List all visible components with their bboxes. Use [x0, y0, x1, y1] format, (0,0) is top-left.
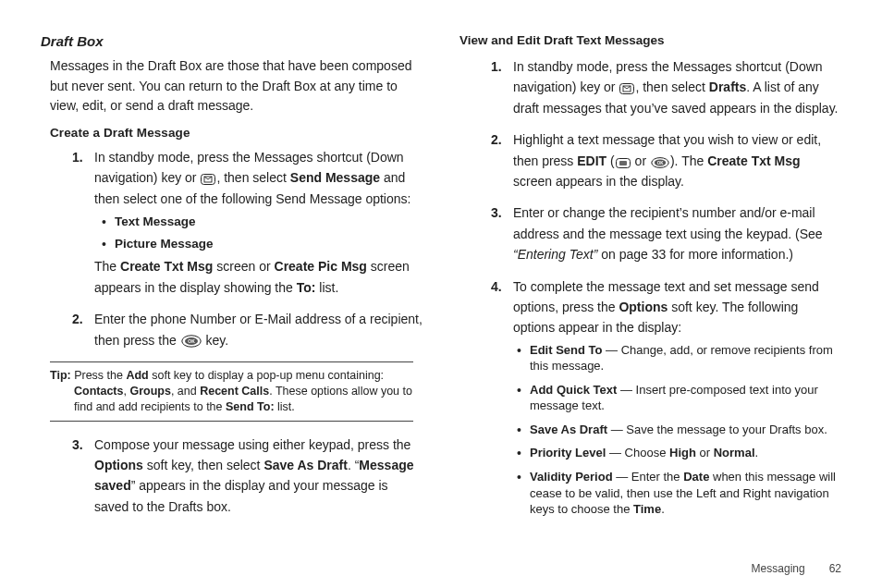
- left-step-3: 3. Compose your message using either key…: [72, 435, 423, 518]
- footer-section: Messaging: [752, 562, 805, 575]
- left-steps-cont: 3. Compose your message using either key…: [72, 435, 423, 518]
- italic-text: “Entering Text”: [513, 247, 597, 262]
- svg-text:OK: OK: [188, 338, 195, 344]
- bold-text: Options: [94, 458, 143, 472]
- text: , and: [171, 385, 200, 398]
- left-column: Draft Box Messages in the Draft Box are …: [41, 33, 423, 588]
- text: , then select: [216, 170, 289, 185]
- soft-key-icon: [616, 158, 631, 168]
- bold-text: Send Message: [290, 170, 380, 185]
- text: soft key to display a pop-up menu contai…: [149, 369, 384, 382]
- option-label: Picture Message: [115, 237, 214, 251]
- step-number: 3.: [491, 202, 502, 223]
- bold-text: To:: [297, 280, 316, 295]
- bold-text: EDIT: [577, 153, 606, 168]
- step-number: 2.: [491, 129, 502, 150]
- bold-text: Drafts: [709, 80, 746, 94]
- step-number: 4.: [491, 276, 502, 297]
- right-subheading: View and Edit Draft Text Messages: [459, 33, 841, 47]
- right-step-4: 4. To complete the message text and set …: [491, 276, 841, 518]
- text: The: [94, 259, 120, 274]
- option-label: Text Message: [115, 214, 196, 228]
- text: .: [755, 446, 759, 459]
- option-save-as-draft: Save As Draft — Save the message to your…: [517, 422, 841, 438]
- option-label: Edit Send To: [530, 343, 602, 357]
- bold-text: Create Txt Msg: [707, 153, 800, 168]
- tip-text: Tip: Press the Add soft key to display a…: [50, 368, 413, 415]
- option-label: Add Quick Text: [530, 383, 617, 397]
- option-desc: — Save the message to your Drafts box.: [607, 423, 827, 436]
- option-priority-level: Priority Level — Choose High or Normal.: [517, 445, 841, 461]
- option-picture-message: Picture Message: [102, 235, 423, 253]
- bold-text: Create Txt Msg: [120, 259, 213, 274]
- ok-key-icon: OK: [181, 335, 202, 348]
- bold-text: Recent Calls: [200, 385, 269, 398]
- option-text-message: Text Message: [102, 213, 423, 231]
- bold-text: Groups: [129, 385, 170, 398]
- bold-text: Normal: [714, 446, 755, 459]
- tip-label: Tip:: [50, 369, 71, 382]
- left-step-2: 2. Enter the phone Number or E-Mail addr…: [72, 309, 423, 350]
- text: , then select: [635, 80, 708, 94]
- text: soft key, then select: [143, 458, 263, 472]
- left-step-1: 1. In standby mode, press the Messages s…: [72, 147, 423, 298]
- bold-text: Add: [126, 369, 148, 382]
- footer-page-number: 62: [829, 562, 841, 575]
- envelope-key-icon: [619, 83, 634, 94]
- option-add-quick-text: Add Quick Text — Insert pre-composed tex…: [517, 382, 841, 414]
- text: — Enter the: [613, 470, 684, 484]
- right-step-1: 1. In standby mode, press the Messages s…: [491, 56, 841, 118]
- bold-text: Send To:: [226, 400, 275, 413]
- text: or: [631, 153, 650, 168]
- text: .: [661, 502, 665, 516]
- text: ). The: [670, 153, 707, 168]
- send-message-options: Text Message Picture Message: [102, 213, 423, 252]
- text: Enter the phone Number or E-Mail address…: [94, 312, 423, 347]
- text: Press the: [71, 369, 127, 382]
- bold-text: Date: [683, 470, 709, 484]
- bold-text: Contacts: [74, 385, 123, 398]
- text: Compose your message using either keypad…: [94, 437, 410, 452]
- step-number: 1.: [491, 56, 502, 77]
- text: Enter or change the recipient’s number a…: [513, 205, 823, 240]
- text: or: [696, 446, 714, 459]
- options-list: Edit Send To — Change, add, or remove re…: [517, 342, 841, 518]
- left-subheading: Create a Draft Message: [50, 126, 423, 140]
- option-label: Save As Draft: [530, 423, 607, 436]
- step-number: 2.: [72, 309, 83, 329]
- right-step-2: 2. Highlight a text message that you wis…: [491, 129, 841, 191]
- bold-text: Save As Draft: [263, 458, 348, 472]
- page: Draft Box Messages in the Draft Box are …: [0, 0, 882, 588]
- text: — Choose: [606, 446, 669, 459]
- bold-text: Options: [619, 300, 668, 314]
- section-title: Draft Box: [41, 33, 423, 49]
- text: list.: [275, 400, 295, 413]
- text: (: [606, 153, 615, 168]
- page-footer: Messaging62: [752, 562, 841, 575]
- option-label: Validity Period: [530, 470, 613, 484]
- text: ” appears in the display and your messag…: [94, 478, 388, 513]
- step-number: 1.: [72, 147, 83, 167]
- left-steps: 1. In standby mode, press the Messages s…: [72, 147, 423, 350]
- svg-rect-8: [619, 161, 627, 165]
- svg-text:OK: OK: [657, 161, 665, 165]
- bold-text: High: [669, 446, 696, 459]
- text: list.: [315, 280, 338, 295]
- tip-box: Tip: Press the Add soft key to display a…: [50, 361, 413, 422]
- right-step-3: 3. Enter or change the recipient’s numbe…: [491, 202, 841, 264]
- ok-key-icon: OK: [651, 157, 669, 168]
- text: on page 33 for more information.): [597, 247, 793, 262]
- option-edit-send-to: Edit Send To — Change, add, or remove re…: [517, 342, 841, 374]
- bold-text: Create Pic Msg: [275, 259, 367, 274]
- text: . “: [348, 458, 359, 472]
- option-validity-period: Validity Period — Enter the Date when th…: [517, 469, 841, 518]
- text: key.: [202, 333, 229, 348]
- step-number: 3.: [72, 435, 83, 455]
- text: screen or: [213, 259, 274, 274]
- right-column: View and Edit Draft Text Messages 1. In …: [459, 33, 841, 588]
- envelope-key-icon: [201, 174, 215, 185]
- intro-paragraph: Messages in the Draft Box are those that…: [50, 56, 423, 116]
- right-steps: 1. In standby mode, press the Messages s…: [491, 56, 841, 518]
- text: screen appears in the display.: [513, 174, 684, 189]
- option-label: Priority Level: [530, 446, 606, 459]
